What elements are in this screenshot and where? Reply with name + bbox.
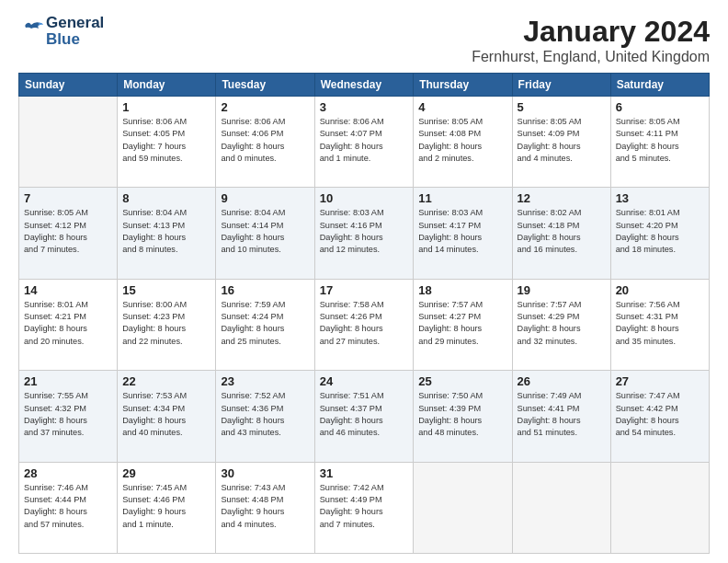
day-info: Sunrise: 8:05 AM Sunset: 4:11 PM Dayligh… xyxy=(616,116,704,165)
day-info: Sunrise: 7:57 AM Sunset: 4:29 PM Dayligh… xyxy=(518,299,606,348)
day-number: 13 xyxy=(616,191,704,205)
day-number: 17 xyxy=(320,283,409,297)
header-cell-monday: Monday xyxy=(118,74,216,97)
calendar-cell: 26Sunrise: 7:49 AM Sunset: 4:41 PM Dayli… xyxy=(512,371,610,462)
calendar-cell: 24Sunrise: 7:51 AM Sunset: 4:37 PM Dayli… xyxy=(314,371,414,462)
calendar-cell: 7Sunrise: 8:05 AM Sunset: 4:12 PM Daylig… xyxy=(19,188,118,279)
day-info: Sunrise: 8:03 AM Sunset: 4:17 PM Dayligh… xyxy=(418,207,506,256)
day-info: Sunrise: 8:02 AM Sunset: 4:18 PM Dayligh… xyxy=(518,207,606,256)
calendar-cell: 30Sunrise: 7:43 AM Sunset: 4:48 PM Dayli… xyxy=(216,462,314,553)
header-cell-thursday: Thursday xyxy=(414,74,512,97)
day-info: Sunrise: 8:06 AM Sunset: 4:07 PM Dayligh… xyxy=(320,116,409,165)
header-cell-tuesday: Tuesday xyxy=(216,74,314,97)
logo-line2: Blue xyxy=(46,31,104,48)
calendar-cell: 9Sunrise: 8:04 AM Sunset: 4:14 PM Daylig… xyxy=(216,188,314,279)
calendar-cell: 22Sunrise: 7:53 AM Sunset: 4:34 PM Dayli… xyxy=(118,371,216,462)
day-info: Sunrise: 8:05 AM Sunset: 4:12 PM Dayligh… xyxy=(24,207,112,256)
day-info: Sunrise: 7:51 AM Sunset: 4:37 PM Dayligh… xyxy=(320,390,409,439)
header-cell-friday: Friday xyxy=(512,74,610,97)
day-number: 23 xyxy=(221,374,309,388)
calendar-cell: 5Sunrise: 8:05 AM Sunset: 4:09 PM Daylig… xyxy=(512,97,610,188)
day-info: Sunrise: 8:05 AM Sunset: 4:08 PM Dayligh… xyxy=(418,116,506,165)
logo-line1: General xyxy=(46,15,104,31)
header-row: SundayMondayTuesdayWednesdayThursdayFrid… xyxy=(19,74,710,97)
header: General Blue January 2024 Fernhurst, Eng… xyxy=(18,15,710,65)
calendar-cell: 27Sunrise: 7:47 AM Sunset: 4:42 PM Dayli… xyxy=(610,371,709,462)
day-number: 19 xyxy=(518,283,606,297)
calendar-cell: 13Sunrise: 8:01 AM Sunset: 4:20 PM Dayli… xyxy=(610,188,709,279)
day-number: 24 xyxy=(320,374,409,388)
day-number: 25 xyxy=(418,374,506,388)
day-info: Sunrise: 7:52 AM Sunset: 4:36 PM Dayligh… xyxy=(221,390,309,439)
day-number: 4 xyxy=(418,100,506,114)
day-number: 16 xyxy=(221,283,309,297)
day-number: 28 xyxy=(24,466,112,480)
calendar-cell: 25Sunrise: 7:50 AM Sunset: 4:39 PM Dayli… xyxy=(414,371,512,462)
calendar-cell: 2Sunrise: 8:06 AM Sunset: 4:06 PM Daylig… xyxy=(216,97,314,188)
calendar-cell: 1Sunrise: 8:06 AM Sunset: 4:05 PM Daylig… xyxy=(118,97,216,188)
calendar-page: General Blue January 2024 Fernhurst, Eng… xyxy=(0,0,728,563)
day-info: Sunrise: 7:46 AM Sunset: 4:44 PM Dayligh… xyxy=(24,482,112,531)
day-info: Sunrise: 7:45 AM Sunset: 4:46 PM Dayligh… xyxy=(122,482,210,531)
calendar-cell: 23Sunrise: 7:52 AM Sunset: 4:36 PM Dayli… xyxy=(216,371,314,462)
day-info: Sunrise: 7:50 AM Sunset: 4:39 PM Dayligh… xyxy=(418,390,506,439)
logo-bird-icon xyxy=(18,21,44,41)
day-number: 7 xyxy=(24,191,112,205)
day-info: Sunrise: 8:01 AM Sunset: 4:21 PM Dayligh… xyxy=(24,299,112,348)
day-number: 9 xyxy=(221,191,309,205)
header-cell-sunday: Sunday xyxy=(19,74,118,97)
day-number: 10 xyxy=(320,191,409,205)
day-info: Sunrise: 7:53 AM Sunset: 4:34 PM Dayligh… xyxy=(122,390,210,439)
day-info: Sunrise: 8:05 AM Sunset: 4:09 PM Dayligh… xyxy=(518,116,606,165)
calendar-cell xyxy=(414,462,512,553)
day-info: Sunrise: 7:57 AM Sunset: 4:27 PM Dayligh… xyxy=(418,299,506,348)
day-info: Sunrise: 8:06 AM Sunset: 4:06 PM Dayligh… xyxy=(221,116,309,165)
header-cell-wednesday: Wednesday xyxy=(314,74,414,97)
day-number: 14 xyxy=(24,283,112,297)
location: Fernhurst, England, United Kingdom xyxy=(472,49,710,65)
calendar-cell: 4Sunrise: 8:05 AM Sunset: 4:08 PM Daylig… xyxy=(414,97,512,188)
day-number: 27 xyxy=(616,374,704,388)
calendar-cell: 10Sunrise: 8:03 AM Sunset: 4:16 PM Dayli… xyxy=(314,188,414,279)
week-row-1: 1Sunrise: 8:06 AM Sunset: 4:05 PM Daylig… xyxy=(19,97,710,188)
week-row-2: 7Sunrise: 8:05 AM Sunset: 4:12 PM Daylig… xyxy=(19,188,710,279)
day-number: 5 xyxy=(518,100,606,114)
calendar-cell: 6Sunrise: 8:05 AM Sunset: 4:11 PM Daylig… xyxy=(610,97,709,188)
calendar-cell: 29Sunrise: 7:45 AM Sunset: 4:46 PM Dayli… xyxy=(118,462,216,553)
day-number: 15 xyxy=(122,283,210,297)
calendar-cell: 16Sunrise: 7:59 AM Sunset: 4:24 PM Dayli… xyxy=(216,279,314,370)
calendar-cell: 3Sunrise: 8:06 AM Sunset: 4:07 PM Daylig… xyxy=(314,97,414,188)
day-number: 30 xyxy=(221,466,309,480)
day-number: 8 xyxy=(122,191,210,205)
calendar-table: SundayMondayTuesdayWednesdayThursdayFrid… xyxy=(18,73,710,554)
day-number: 21 xyxy=(24,374,112,388)
day-info: Sunrise: 7:42 AM Sunset: 4:49 PM Dayligh… xyxy=(320,482,409,531)
day-info: Sunrise: 7:59 AM Sunset: 4:24 PM Dayligh… xyxy=(221,299,309,348)
week-row-5: 28Sunrise: 7:46 AM Sunset: 4:44 PM Dayli… xyxy=(19,462,710,553)
calendar-cell: 12Sunrise: 8:02 AM Sunset: 4:18 PM Dayli… xyxy=(512,188,610,279)
calendar-cell: 19Sunrise: 7:57 AM Sunset: 4:29 PM Dayli… xyxy=(512,279,610,370)
day-number: 1 xyxy=(122,100,210,114)
calendar-cell: 28Sunrise: 7:46 AM Sunset: 4:44 PM Dayli… xyxy=(19,462,118,553)
header-cell-saturday: Saturday xyxy=(610,74,709,97)
day-info: Sunrise: 8:04 AM Sunset: 4:13 PM Dayligh… xyxy=(122,207,210,256)
day-info: Sunrise: 7:56 AM Sunset: 4:31 PM Dayligh… xyxy=(616,299,704,348)
day-number: 26 xyxy=(518,374,606,388)
day-info: Sunrise: 8:06 AM Sunset: 4:05 PM Dayligh… xyxy=(122,116,210,165)
day-info: Sunrise: 7:47 AM Sunset: 4:42 PM Dayligh… xyxy=(616,390,704,439)
calendar-cell: 17Sunrise: 7:58 AM Sunset: 4:26 PM Dayli… xyxy=(314,279,414,370)
calendar-cell: 8Sunrise: 8:04 AM Sunset: 4:13 PM Daylig… xyxy=(118,188,216,279)
day-number: 2 xyxy=(221,100,309,114)
day-number: 29 xyxy=(122,466,210,480)
day-number: 6 xyxy=(616,100,704,114)
calendar-cell: 31Sunrise: 7:42 AM Sunset: 4:49 PM Dayli… xyxy=(314,462,414,553)
day-info: Sunrise: 7:58 AM Sunset: 4:26 PM Dayligh… xyxy=(320,299,409,348)
calendar-cell: 15Sunrise: 8:00 AM Sunset: 4:23 PM Dayli… xyxy=(118,279,216,370)
day-info: Sunrise: 7:55 AM Sunset: 4:32 PM Dayligh… xyxy=(24,390,112,439)
calendar-cell: 18Sunrise: 7:57 AM Sunset: 4:27 PM Dayli… xyxy=(414,279,512,370)
day-info: Sunrise: 8:04 AM Sunset: 4:14 PM Dayligh… xyxy=(221,207,309,256)
calendar-cell: 20Sunrise: 7:56 AM Sunset: 4:31 PM Dayli… xyxy=(610,279,709,370)
day-number: 18 xyxy=(418,283,506,297)
week-row-3: 14Sunrise: 8:01 AM Sunset: 4:21 PM Dayli… xyxy=(19,279,710,370)
logo: General Blue xyxy=(18,15,104,48)
